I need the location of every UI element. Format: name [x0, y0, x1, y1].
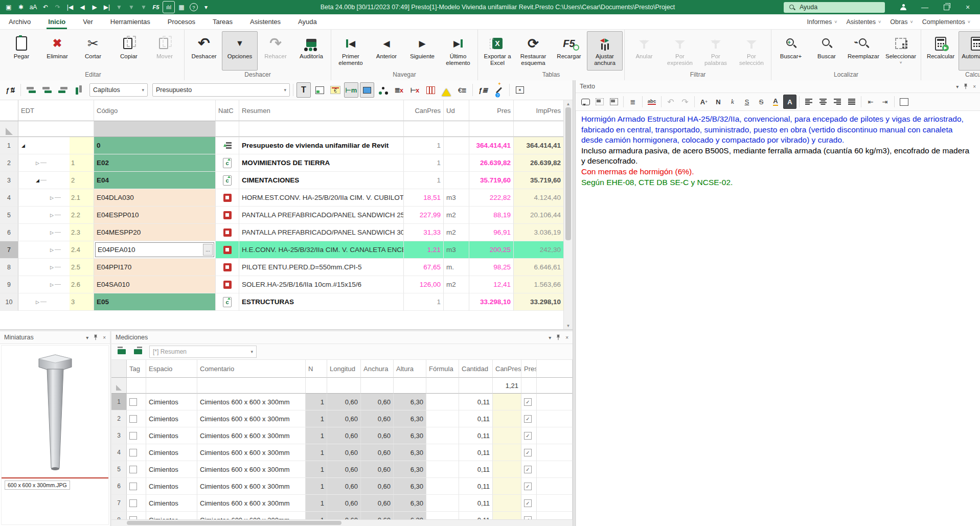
ud-cell[interactable]	[444, 293, 469, 311]
canpres-cell[interactable]	[493, 495, 521, 512]
pres-cell[interactable]: 33.298,10	[469, 293, 514, 311]
tag-checkbox[interactable]	[129, 466, 137, 473]
resumen-cell[interactable]: ESTRUCTURAS	[239, 293, 404, 311]
dates-table-button[interactable]	[423, 82, 438, 98]
natc-cell[interactable]	[216, 137, 239, 154]
menu-item-inicio[interactable]: Inicio	[39, 14, 74, 29]
tree-cell[interactable]: ▷2.5	[18, 259, 94, 276]
column-header-altura[interactable]: Altura	[394, 360, 426, 378]
imppres-cell[interactable]: 20.106,44	[514, 207, 564, 224]
wizard-button[interactable]	[492, 82, 506, 98]
imppres-cell[interactable]: 6.646,61	[514, 259, 564, 276]
filter-cell[interactable]: 1,21	[493, 378, 521, 394]
panel-menu-icon[interactable]: ▾	[956, 84, 959, 89]
column-header-espacio[interactable]: Espacio	[146, 360, 197, 378]
comentario-cell[interactable]: Cimientos 600 x 600 x 300mm	[197, 495, 306, 512]
autom-tico-button[interactable]: Automático	[959, 31, 980, 71]
formula-cell[interactable]	[426, 427, 459, 444]
column-header-tag[interactable]: Tag	[127, 360, 146, 378]
longitud-cell[interactable]: 0,60	[327, 512, 361, 519]
tag-cell[interactable]	[127, 478, 146, 495]
n-cell[interactable]: 1	[306, 394, 327, 410]
customize-toolbar-icon[interactable]: ▾	[200, 2, 212, 13]
eliminar-button[interactable]: ✖Eliminar	[39, 31, 75, 71]
ud-cell[interactable]	[444, 154, 469, 172]
expand-toggle-icon[interactable]: ▷	[50, 282, 54, 287]
imppres-cell[interactable]: 33.298,10	[514, 293, 564, 311]
pin-icon[interactable]	[556, 334, 561, 340]
price-note-button[interactable]: €	[328, 82, 343, 98]
canpres-cell[interactable]: 126,00	[404, 276, 444, 293]
share-structure-button[interactable]	[376, 82, 390, 98]
last-element-icon[interactable]: ▶|	[101, 2, 112, 13]
align-left-button[interactable]	[802, 95, 815, 109]
codigo-cell[interactable]: E04DLA030	[94, 189, 216, 207]
formula-cell[interactable]	[426, 410, 459, 427]
canpres-cell[interactable]: 1	[404, 137, 444, 154]
pres-cell[interactable]: 96,91	[469, 224, 514, 241]
natc-cell[interactable]: c	[216, 293, 239, 311]
italic-button[interactable]: k	[726, 95, 739, 109]
previous-element-icon[interactable]: ◀	[77, 2, 88, 13]
espacio-cell[interactable]: Cimientos	[146, 444, 197, 461]
tree-cell[interactable]: ▷2.4	[18, 241, 94, 259]
menu-item-ver[interactable]: Ver	[74, 14, 102, 29]
tag-checkbox[interactable]	[129, 499, 137, 507]
filter-cell[interactable]	[521, 378, 537, 394]
copiar-button[interactable]: Copiar	[111, 31, 147, 71]
tag-checkbox[interactable]	[129, 483, 137, 490]
panel-close-icon[interactable]: ×	[565, 335, 568, 340]
minimize-button[interactable]: —	[915, 1, 935, 14]
vertical-scrollbar[interactable]: ▲ ▼	[563, 100, 573, 329]
underline-button[interactable]: S	[740, 95, 754, 109]
codigo-editor[interactable]: E04PEA010...	[95, 242, 214, 257]
user-account-button[interactable]	[893, 1, 914, 14]
pres-checkbox[interactable]: ✓	[524, 499, 532, 507]
resumen-cell[interactable]: MOVIMIENTOS DE TIERRA	[239, 154, 404, 172]
espacio-cell[interactable]: Cimientos	[146, 512, 197, 519]
tree-level-3-button[interactable]	[56, 82, 70, 98]
natc-cell[interactable]	[216, 241, 239, 259]
pres-cell[interactable]: ✓	[521, 461, 537, 478]
menu-right-item-informes[interactable]: Informes˅	[803, 18, 842, 26]
canpres-cell[interactable]	[493, 444, 521, 461]
column-header-pres[interactable]: Pres	[469, 100, 514, 121]
longitud-cell[interactable]: 0,60	[327, 410, 361, 427]
canpres-cell[interactable]: 1,21	[404, 241, 444, 259]
pres-cell[interactable]: 364.414,41	[469, 137, 514, 154]
resumen-cell[interactable]: CIMENTACIONES	[239, 172, 404, 189]
tree-cell[interactable]: ◢	[18, 137, 94, 154]
tree-cell[interactable]: ▷2.6	[18, 276, 94, 293]
pres-cell[interactable]: ✓	[521, 478, 537, 495]
n-cell[interactable]: 1	[306, 461, 327, 478]
filter-cell[interactable]	[197, 378, 306, 394]
tree-level-2-button[interactable]	[40, 82, 54, 98]
row-number[interactable]: 4	[111, 444, 127, 461]
formula-cell[interactable]	[426, 495, 459, 512]
recalcular-button[interactable]: ▶Recalcular	[923, 31, 959, 71]
ud-cell[interactable]	[444, 137, 469, 154]
espacio-cell[interactable]: Cimientos	[146, 495, 197, 512]
close-button[interactable]: ×	[958, 1, 978, 14]
pres-cell[interactable]: ✓	[521, 512, 537, 519]
scrollbar-thumb[interactable]	[127, 521, 341, 525]
altura-cell[interactable]: 6,30	[394, 427, 426, 444]
functions-button[interactable]: ƒ≣	[476, 82, 490, 98]
row-number[interactable]: 1	[0, 137, 18, 154]
split-line-button[interactable]	[131, 344, 145, 359]
window-grid-button[interactable]	[312, 82, 327, 98]
tag-cell[interactable]	[127, 461, 146, 478]
canpres-cell[interactable]: 1	[404, 172, 444, 189]
scroll-down-arrow[interactable]: ▼	[564, 322, 573, 329]
opciones-button[interactable]: ▼Opciones	[222, 31, 258, 71]
ud-cell[interactable]	[444, 172, 469, 189]
imppres-cell[interactable]: 364.414,41	[514, 137, 564, 154]
ud-cell[interactable]: m3	[444, 241, 469, 259]
anchura-cell[interactable]: 0,60	[361, 478, 394, 495]
font-size-button[interactable]: A+	[697, 95, 711, 109]
pres-cell[interactable]: 12,41	[469, 276, 514, 293]
formula-cell[interactable]	[426, 461, 459, 478]
expand-toggle-icon[interactable]: ▷	[36, 161, 39, 166]
ud-cell[interactable]: m3	[444, 189, 469, 207]
browse-button[interactable]: ...	[203, 244, 213, 256]
